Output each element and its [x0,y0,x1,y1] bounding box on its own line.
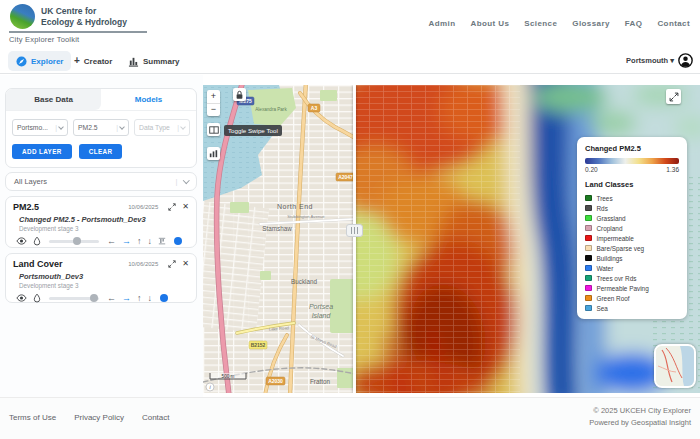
zoom-to-layer-button[interactable] [168,260,176,268]
org-name-line2: Ecology & Hydrology [41,17,127,28]
lock-button[interactable] [233,88,246,101]
legend-label: Buildings [597,255,623,262]
attribution-button[interactable]: i [206,383,214,391]
eye-icon [16,237,27,245]
footer-powered-by[interactable]: Powered by Geospatial Insight [589,417,691,429]
swipe-tool-button[interactable] [207,123,220,136]
label-stamshaw: Stamshaw [262,225,292,232]
tab-creator[interactable]: + Creator [66,51,120,71]
legend-swatch [585,245,592,252]
legend-item: Rds [585,203,679,213]
legend-item: Grassland [585,213,679,223]
nav-about-us[interactable]: About Us [471,19,510,28]
opacity-slider[interactable] [49,240,99,243]
label-fratton: Fratton [310,378,330,385]
move-down-button[interactable]: ↓ [148,237,153,246]
all-layers-expand: | [176,177,188,186]
step-back-button[interactable]: ← [107,237,116,246]
layer-controls: ← → ↑ ↓ [6,289,196,309]
tab-base-data[interactable]: Base Data [6,89,101,110]
all-layers-header[interactable]: All Layers | [5,172,197,191]
move-down-button[interactable]: ↓ [148,294,153,303]
layer-stage: Development stage 3 [6,281,196,289]
overview-inset-map[interactable] [654,344,696,388]
map-container[interactable]: M275 A3 A2047 B2152 A2030 North End Stam… [203,85,700,393]
city-select[interactable]: Portsmo... | [12,119,68,136]
model-select[interactable]: PM2.5 | [73,119,129,136]
step-back-button[interactable]: ← [107,294,116,303]
data-type-select[interactable]: Data Type | [134,119,190,136]
zoom-in-button[interactable]: + [207,90,220,103]
app-title: City Explorer Toolkit [9,35,79,44]
add-layer-button[interactable]: ADD LAYER [12,144,72,159]
legend-item: Trees ovr Rds [585,273,679,283]
tab-creator-label: Creator [84,57,112,66]
legend-label: Sea [597,305,608,312]
move-up-button[interactable]: ↑ [137,237,142,246]
shield-a3: A3 [311,105,318,111]
legend-label: Green Roof [597,295,630,302]
visibility-toggle[interactable] [16,294,27,302]
shield-b2152: B2152 [251,342,266,348]
opacity-button[interactable] [33,293,41,303]
layer-active-indicator[interactable] [160,294,168,302]
legend-item: Cropland [585,223,679,233]
diagonal-arrows-icon [168,203,176,211]
visibility-toggle[interactable] [16,237,27,245]
pm25-min: 0.20 [585,166,598,173]
tab-explorer[interactable]: Explorer [8,51,71,71]
swipe-tool-tooltip: Toggle Swipe Tool [224,125,282,136]
zoom-out-button[interactable]: − [207,104,220,117]
fullscreen-button[interactable] [666,89,681,104]
move-up-button[interactable]: ↑ [137,294,142,303]
account-button[interactable] [678,53,693,68]
chart-tool-button[interactable] [207,147,220,160]
legend-label: Water [597,265,614,272]
legend-swatch [585,195,592,202]
lock-icon [235,90,244,100]
footer-contact-link[interactable]: Contact [142,413,170,422]
page-footer: Terms of Use Privacy Policy Contact © 20… [0,397,700,439]
footer-privacy-link[interactable]: Privacy Policy [74,413,124,422]
close-layer-button[interactable]: ✕ [182,203,189,211]
chart-tool-icon [209,149,218,158]
data-source-tabs: Base Data Models [6,89,196,111]
layer-date: 10/06/2025 [128,204,158,210]
city-selector[interactable]: Portsmouth ▾ [626,56,674,65]
caret-down-icon: ▾ [670,56,674,65]
close-layer-button[interactable]: ✕ [182,260,189,268]
legend-land-classes-title: Land Classes [585,180,679,189]
label-island: Island [312,312,332,319]
sidebar: Base Data Models Portsmo... | PM2.5 | Da… [0,75,203,397]
expand-icon [669,92,679,102]
swipe-handle[interactable] [346,224,363,237]
nav-faq[interactable]: FAQ [625,19,643,28]
swipe-tool-icon [209,125,219,135]
step-forward-button[interactable]: → [122,237,131,246]
nav-glossary[interactable]: Glossary [572,19,609,28]
legend-swatch [585,205,592,212]
footer-terms-link[interactable]: Terms of Use [9,413,56,422]
opacity-slider[interactable] [49,297,99,300]
slider-knob[interactable] [90,294,98,302]
map-legend: Changed PM2.5 0.20 1.36 Land Classes Tre… [577,137,687,319]
opacity-button[interactable] [33,236,41,246]
select-divider: | [177,124,179,131]
city-select-value: Portsmo... [17,124,48,131]
nav-admin[interactable]: Admin [429,19,456,28]
swipe-divider[interactable] [353,85,356,393]
zoom-to-layer-button[interactable] [168,203,176,211]
step-forward-button[interactable]: → [122,294,131,303]
slider-knob[interactable] [73,237,81,245]
footer-credits: © 2025 UKCEH City Explorer Powered by Ge… [589,405,691,429]
layer-subtitle: Portsmouth_Dev3 [6,269,196,281]
city-selector-value: Portsmouth [626,56,668,65]
tab-models[interactable]: Models [101,89,196,110]
nav-contact[interactable]: Contact [657,19,690,28]
histogram-button[interactable] [158,237,166,245]
tab-summary[interactable]: Summary [120,51,187,71]
legend-item: Trees [585,193,679,203]
clear-button[interactable]: CLEAR [79,144,123,159]
nav-science[interactable]: Science [524,19,557,28]
layer-active-indicator[interactable] [174,237,182,245]
